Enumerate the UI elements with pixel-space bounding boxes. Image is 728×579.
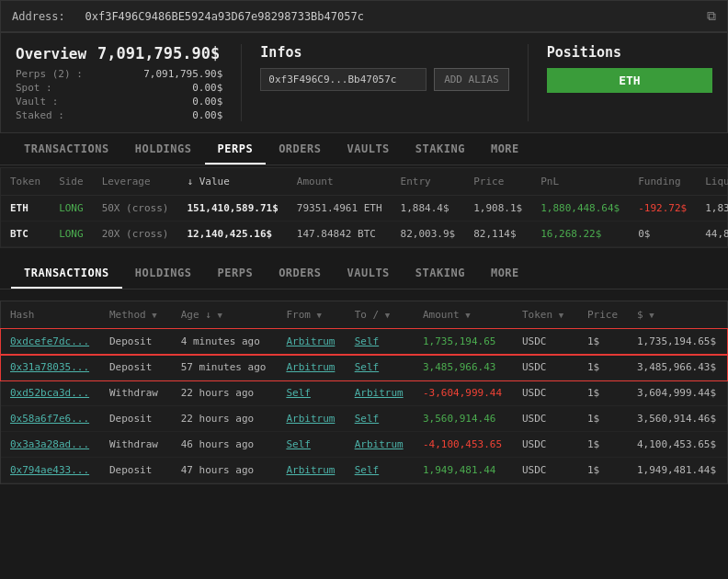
tab-staking-2[interactable]: STAKING [403, 259, 478, 289]
tx-method-4: Deposit [100, 406, 172, 432]
tx-row-3: 0xd52bca3d... Withdraw 22 hours ago Self… [1, 380, 727, 406]
overview-rows: Perps (2) : 7,091,795.90$ Spot : 0.00$ V… [16, 68, 222, 121]
th-to: To / ▼ [346, 301, 414, 329]
tab-orders-2[interactable]: ORDERS [266, 259, 334, 289]
th-method: Method ▼ [100, 301, 172, 329]
tab-vaults-1[interactable]: VAULTS [334, 135, 402, 165]
tx-token-2: USDC [513, 355, 578, 380]
tx-amount-1: 1,735,194.65 [414, 329, 513, 355]
tx-method-6: Deposit [100, 458, 172, 483]
th-pnl: PnL [531, 168, 629, 196]
usd-filter-icon[interactable]: ▼ [649, 311, 658, 320]
overview-block: Overview 7,091,795.90$ Perps (2) : 7,091… [16, 44, 222, 121]
tab-perps-1[interactable]: PERPS [205, 135, 267, 165]
tx-usd-6: 1,949,481.44$ [628, 458, 727, 483]
transactions-header-row: Hash Method ▼ Age ↓ ▼ From ▼ To / ▼ Amou… [1, 301, 727, 329]
tx-hash-1: 0xdcefe7dc... [1, 329, 100, 355]
perps-entry-btc: 82,003.9$ [392, 221, 465, 247]
overview-row-staked: Staked : 0.00$ [16, 109, 222, 121]
th-side: Side [50, 168, 93, 196]
age-filter-icon[interactable]: ▼ [217, 311, 226, 320]
tx-token-4: USDC [513, 406, 578, 432]
th-amount: Amount [288, 168, 392, 196]
perps-pnl-btc: 16,268.22$ [531, 221, 629, 247]
transactions-table: Hash Method ▼ Age ↓ ▼ From ▼ To / ▼ Amou… [1, 301, 727, 483]
infos-addr-row: 0xf3F496C9...Bb47057c ADD ALIAS [260, 68, 508, 91]
tx-to-3: Arbitrum [346, 380, 414, 406]
tab-staking-1[interactable]: STAKING [403, 135, 478, 165]
tab-transactions-1[interactable]: TRANSACTIONS [11, 135, 122, 165]
tab-bar-1: TRANSACTIONS HOLDINGS PERPS ORDERS VAULT… [0, 135, 728, 165]
overview-total: 7,091,795.90$ [97, 44, 220, 62]
tx-token-1: USDC [513, 329, 578, 355]
transactions-table-section: Hash Method ▼ Age ↓ ▼ From ▼ To / ▼ Amou… [0, 301, 728, 484]
perps-row-btc: BTC LONG 20X (cross) 12,140,425.16$ 147.… [1, 221, 728, 247]
perps-amount-eth: 79351.4961 ETH [288, 196, 392, 221]
eth-position-button[interactable]: ETH [547, 68, 712, 93]
th-funding: Funding [629, 168, 696, 196]
tx-age-3: 22 hours ago [172, 380, 278, 406]
tx-price-6: 1$ [578, 458, 628, 483]
th-age: Age ↓ ▼ [172, 301, 278, 329]
th-leverage: Leverage [93, 168, 178, 196]
tx-row-4: 0x58a6f7e6... Deposit 22 hours ago Arbit… [1, 406, 727, 432]
tab-perps-2[interactable]: PERPS [205, 259, 267, 289]
add-alias-button[interactable]: ADD ALIAS [434, 68, 509, 91]
perps-amount-btc: 147.84842 BTC [288, 221, 392, 247]
th-entry: Entry [392, 168, 465, 196]
tx-price-5: 1$ [578, 432, 628, 458]
overview-title: Overview [16, 45, 86, 62]
tx-price-2: 1$ [578, 355, 628, 380]
tx-method-5: Withdraw [100, 432, 172, 458]
tx-to-2: Self [346, 355, 414, 380]
tx-to-5: Arbitrum [346, 432, 414, 458]
perps-token-btc: BTC [1, 221, 50, 247]
from-filter-icon[interactable]: ▼ [317, 311, 326, 320]
perps-header-row: Token Side Leverage ↓ Value Amount Entry… [1, 168, 728, 196]
tab-more-1[interactable]: MORE [478, 135, 532, 165]
tx-usd-2: 3,485,966.43$ [628, 355, 727, 380]
amount-filter-icon[interactable]: ▼ [465, 311, 474, 320]
perps-price-eth: 1,908.1$ [464, 196, 531, 221]
tx-amount-4: 3,560,914.46 [414, 406, 513, 432]
to-filter-icon[interactable]: ▼ [385, 311, 394, 320]
tx-to-4: Self [346, 406, 414, 432]
tx-age-2: 57 minutes ago [172, 355, 278, 380]
tx-from-4: Arbitrum [277, 406, 345, 432]
tab-transactions-2[interactable]: TRANSACTIONS [11, 259, 122, 289]
perps-side-btc: LONG [50, 221, 93, 247]
tab-holdings-2[interactable]: HOLDINGS [122, 259, 205, 289]
tx-usd-1: 1,735,194.65$ [628, 329, 727, 355]
tx-hash-2: 0x31a78035... [1, 355, 100, 380]
overview-row-perps: Perps (2) : 7,091,795.90$ [16, 68, 222, 80]
tx-age-5: 46 hours ago [172, 432, 278, 458]
perps-liquidation-btc: 44,837$ [696, 221, 728, 247]
perps-funding-btc: 0$ [629, 221, 696, 247]
tx-amount-5: -4,100,453.65 [414, 432, 513, 458]
address-label: Address: 0xf3F496C9486BE5924a93D67e98298… [12, 10, 364, 23]
tx-hash-4: 0x58a6f7e6... [1, 406, 100, 432]
copy-icon[interactable]: ⧉ [707, 8, 716, 24]
th-tx-price: Price [578, 301, 628, 329]
tx-hash-6: 0x794ae433... [1, 458, 100, 483]
method-filter-icon[interactable]: ▼ [152, 311, 161, 320]
tx-hash-3: 0xd52bca3d... [1, 380, 100, 406]
tx-to-6: Self [346, 458, 414, 483]
th-tx-token: Token ▼ [513, 301, 578, 329]
th-value: ↓ Value [177, 168, 287, 196]
tx-row-5: 0x3a3a28ad... Withdraw 46 hours ago Self… [1, 432, 727, 458]
tx-usd-4: 3,560,914.46$ [628, 406, 727, 432]
infos-title: Infos [260, 44, 508, 61]
tab-vaults-2[interactable]: VAULTS [334, 259, 402, 289]
tx-usd-3: 3,604,999.44$ [628, 380, 727, 406]
tab-orders-1[interactable]: ORDERS [266, 135, 334, 165]
tx-amount-3: -3,604,999.44 [414, 380, 513, 406]
tx-amount-6: 1,949,481.44 [414, 458, 513, 483]
perps-side-eth: LONG [50, 196, 93, 221]
th-tx-usd: $ ▼ [628, 301, 727, 329]
perps-pnl-eth: 1,880,448.64$ [531, 196, 629, 221]
token-filter-icon[interactable]: ▼ [559, 311, 568, 320]
tab-more-2[interactable]: MORE [478, 259, 532, 289]
tab-holdings-1[interactable]: HOLDINGS [122, 135, 205, 165]
tx-usd-5: 4,100,453.65$ [628, 432, 727, 458]
